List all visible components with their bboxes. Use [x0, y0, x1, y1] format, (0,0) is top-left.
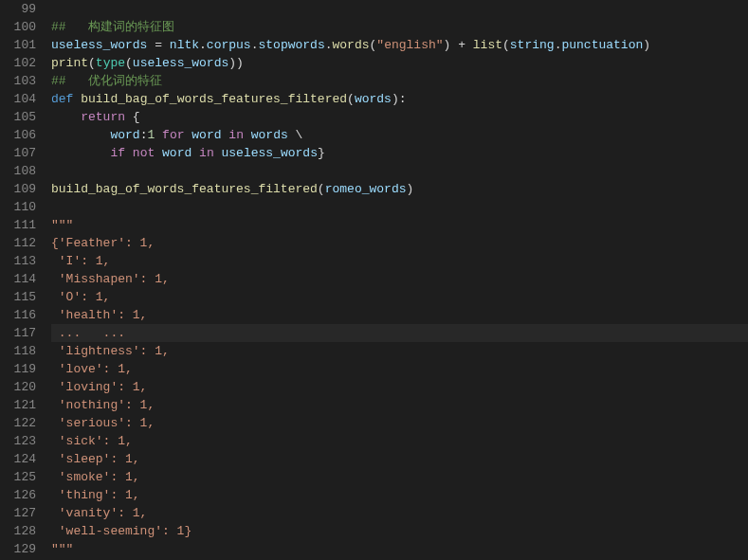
line-number: 106 — [0, 126, 36, 144]
code-token: 'health': 1, — [51, 308, 147, 322]
code-token: def — [51, 92, 81, 106]
code-token: corpus — [207, 38, 251, 52]
code-line[interactable]: """ — [51, 216, 748, 234]
code-token: punctuation — [561, 38, 643, 52]
code-line[interactable]: def build_bag_of_words_features_filtered… — [51, 90, 748, 108]
code-line[interactable]: 'Misshapen': 1, — [51, 270, 748, 288]
code-line[interactable]: 'well-seeming': 1} — [51, 522, 748, 540]
code-line[interactable]: if not word in useless_words} — [51, 144, 748, 162]
code-line[interactable]: 'smoke': 1, — [51, 468, 748, 486]
code-token: words — [251, 128, 288, 142]
code-token: ## — [51, 20, 73, 34]
code-token — [244, 128, 251, 142]
code-line[interactable]: 'lightness': 1, — [51, 342, 748, 360]
code-token — [192, 146, 199, 160]
code-token: 'sick': 1, — [51, 434, 133, 448]
code-token: 'thing': 1, — [51, 488, 140, 502]
code-token: useless_words — [133, 56, 228, 70]
code-token: ( — [347, 92, 355, 106]
code-line[interactable]: 'thing': 1, — [51, 486, 748, 504]
code-line[interactable]: 'O': 1, — [51, 288, 748, 306]
code-line[interactable]: 'serious': 1, — [51, 414, 748, 432]
line-number: 127 — [0, 504, 36, 522]
code-line[interactable]: 'nothing': 1, — [51, 396, 748, 414]
line-number: 114 — [0, 270, 36, 288]
line-number: 100 — [0, 18, 36, 36]
code-line[interactable]: 'sleep': 1, — [51, 450, 748, 468]
code-token: ## — [51, 74, 73, 88]
code-line[interactable] — [51, 198, 748, 216]
code-token — [155, 128, 162, 142]
code-token: words — [333, 38, 370, 52]
code-line[interactable]: 'vanity': 1, — [51, 504, 748, 522]
code-token: 'nothing': 1, — [51, 398, 155, 412]
line-number: 128 — [0, 522, 36, 540]
code-token: not — [133, 146, 155, 160]
code-token — [51, 128, 110, 142]
code-line[interactable]: 'love': 1, — [51, 360, 748, 378]
code-line[interactable]: ... ... — [51, 324, 748, 342]
line-number: 105 — [0, 108, 36, 126]
code-token: useless_words — [222, 146, 318, 160]
line-number: 121 — [0, 396, 36, 414]
code-line[interactable]: """ — [51, 540, 748, 558]
code-line[interactable]: ## 优化词的特征 — [51, 72, 748, 90]
code-token: \ — [288, 128, 303, 142]
code-line[interactable]: build_bag_of_words_features_filtered(rom… — [51, 180, 748, 198]
code-line[interactable]: return { — [51, 108, 748, 126]
code-line[interactable]: print(type(useless_words)) — [51, 54, 748, 72]
code-line[interactable]: 'sick': 1, — [51, 432, 748, 450]
code-token — [51, 146, 110, 160]
line-number: 123 — [0, 432, 36, 450]
line-number: 122 — [0, 414, 36, 432]
code-token: 'loving': 1, — [51, 380, 147, 394]
code-area[interactable]: ## 构建词的特征图useless_words = nltk.corpus.st… — [47, 0, 748, 560]
line-number: 115 — [0, 288, 36, 306]
code-line[interactable]: 'health': 1, — [51, 306, 748, 324]
code-token: print — [51, 56, 88, 70]
code-token: return — [81, 110, 125, 124]
line-number: 113 — [0, 252, 36, 270]
line-number: 110 — [0, 198, 36, 216]
code-token — [214, 146, 222, 160]
code-token: list — [473, 38, 502, 52]
code-line[interactable]: 'loving': 1, — [51, 378, 748, 396]
code-line[interactable]: {'Feather': 1, — [51, 234, 748, 252]
code-token: {'Feather': 1, — [51, 236, 155, 250]
code-token: in — [199, 146, 214, 160]
code-token: ( — [125, 56, 133, 70]
line-number: 109 — [0, 180, 36, 198]
code-token: 'smoke': 1, — [51, 470, 140, 484]
code-line[interactable]: ## 构建词的特征图 — [51, 18, 748, 36]
code-token — [51, 110, 81, 124]
code-line[interactable] — [51, 0, 748, 18]
code-token: 'well-seeming': 1} — [51, 524, 192, 538]
code-token: . — [199, 38, 207, 52]
code-token: { — [125, 110, 140, 124]
line-number: 118 — [0, 342, 36, 360]
code-line[interactable]: useless_words = nltk.corpus.stopwords.wo… — [51, 36, 748, 54]
code-token — [155, 146, 162, 160]
line-number: 116 — [0, 306, 36, 324]
line-number: 126 — [0, 486, 36, 504]
code-token: build_bag_of_words_features_filtered — [81, 92, 347, 106]
code-line[interactable]: 'I': 1, — [51, 252, 748, 270]
code-token: ( — [88, 56, 96, 70]
code-token: ... ... — [51, 326, 125, 340]
code-line[interactable]: word:1 for word in words \ — [51, 126, 748, 144]
code-token: string — [510, 38, 555, 52]
line-number: 104 — [0, 90, 36, 108]
code-editor[interactable]: 9910010110210310410510610710810911011111… — [0, 0, 748, 560]
code-token: build_bag_of_words_features_filtered — [51, 182, 318, 196]
code-token: type — [96, 56, 125, 70]
code-token: 'Misshapen': 1, — [51, 272, 170, 286]
line-number: 108 — [0, 162, 36, 180]
code-line[interactable] — [51, 162, 748, 180]
code-token: 'sleep': 1, — [51, 452, 140, 466]
code-token: 优化词的特征 — [73, 74, 162, 88]
code-token: if — [110, 146, 125, 160]
line-number: 119 — [0, 360, 36, 378]
line-number: 124 — [0, 450, 36, 468]
code-token: ): — [392, 92, 407, 106]
code-token: "english" — [376, 38, 443, 52]
